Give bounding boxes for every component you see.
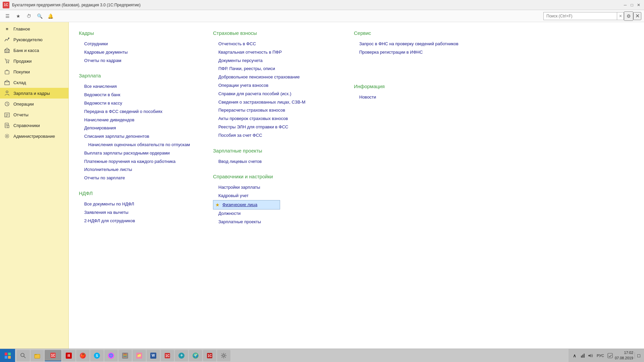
svg-rect-23 — [8, 353, 11, 355]
link-platezhnye-porucheniya[interactable]: Платежные поручения на каждого работника — [79, 158, 206, 166]
link-vyplata-zarplaty[interactable]: Выплата зарплаты расходными ордерами — [79, 149, 206, 158]
sidebar-item-sklad[interactable]: Склад — [0, 77, 68, 88]
taskbar-search[interactable] — [16, 350, 30, 361]
link-nachislenie-dividendov[interactable]: Начисление дивидендов — [79, 116, 206, 124]
sidebar-item-pokupki[interactable]: Покупки — [0, 66, 68, 77]
sidebar-item-otchety[interactable]: Отчеты — [0, 109, 68, 120]
link-otchetnost-fss[interactable]: Отчетность в ФСС — [213, 40, 347, 48]
tray-show-desktop-icon[interactable]: □ — [635, 352, 641, 359]
link-nachisleniya-otpuski[interactable]: Начисления оценочных обязательств по отп… — [79, 141, 206, 149]
link-novosti[interactable]: Новости — [354, 93, 627, 102]
close-search-button[interactable]: ✕ — [633, 12, 641, 20]
link-operacii-vznosov[interactable]: Операции учета взносов — [213, 81, 347, 90]
svg-rect-36 — [581, 356, 582, 358]
link-spravki-posobiy[interactable]: Справки для расчета пособий (исх.) — [213, 90, 347, 98]
settings-gear-button[interactable]: ⚙ — [624, 11, 633, 21]
section-header-zarplata: Зарплата — [79, 73, 206, 78]
link-deponirovaniia[interactable]: Депонирования — [79, 124, 206, 132]
section-kadry: Кадры Сотрудники Кадровые документы Отче… — [79, 30, 206, 65]
taskbar-files[interactable]: 📁 — [132, 350, 146, 361]
reports-icon — [4, 112, 10, 118]
search-toolbar-button[interactable]: 🔍 — [35, 11, 44, 21]
sidebar-item-administrirovanie[interactable]: Администрирование — [0, 131, 68, 141]
link-svedeniya-szvm[interactable]: Сведения о застрахованных лицах, СЗВ-М — [213, 98, 347, 107]
taskbar-yandex[interactable]: Я — [62, 350, 75, 361]
history-button[interactable]: ⏱ — [24, 11, 34, 21]
link-pfr-pachki[interactable]: ПФР. Пачки, реестры, описи — [213, 65, 347, 73]
close-button[interactable]: ✕ — [636, 2, 641, 8]
link-kvartalnaya-pfr[interactable]: Квартальная отчетность в ПФР — [213, 48, 347, 57]
link-nastrojki-zarplaty[interactable]: Настройки зарплаты — [213, 183, 347, 192]
link-zarplatye-proekty[interactable]: Зарплатные проекты — [213, 218, 347, 226]
svg-rect-24 — [5, 356, 7, 359]
link-posobiya-fss[interactable]: Пособия за счет ФСС — [213, 131, 347, 140]
favorites-button[interactable]: ★ — [13, 11, 23, 21]
tray-volume-icon[interactable] — [587, 352, 594, 359]
link-sotrudniki[interactable]: Сотрудники — [79, 40, 206, 48]
section-informaciya: Информация Новости — [354, 83, 627, 102]
taskbar-calculator[interactable]: 🧮 — [118, 350, 132, 361]
taskbar-browser-1[interactable]: 🌐 — [104, 350, 118, 361]
link-otchety-zarplata[interactable]: Отчеты по зарплате — [79, 174, 206, 182]
sidebar-item-zarplata[interactable]: Зарплата и кадры — [0, 88, 68, 99]
link-vse-dokumenty-ndfl[interactable]: Все документы по НДФЛ — [79, 200, 206, 208]
link-proverka-ifns[interactable]: Проверка регистрации в ИФНС — [354, 48, 627, 57]
search-clear-button[interactable]: ✕ — [617, 12, 624, 20]
link-dobrovolnoe-pensionnoe[interactable]: Добровольное пенсионное страхование — [213, 73, 347, 81]
link-spisaniya-zarplaty[interactable]: Списания зарплаты депонентов — [79, 132, 206, 141]
tray-notification-icon[interactable] — [607, 352, 613, 359]
link-dolzhnosti[interactable]: Должности — [213, 209, 347, 218]
tray-clock[interactable]: 17:02 07.08.2019 — [615, 350, 633, 361]
main-layout: ≡ Главное Руководителю Банк и касса Прод… — [0, 22, 644, 349]
link-vse-nachisleniya[interactable]: Все начисления — [79, 82, 206, 91]
fizicheskie-lica-label: Физические лица — [222, 201, 257, 208]
svg-rect-40 — [608, 353, 612, 358]
maximize-button[interactable]: □ — [629, 2, 635, 8]
taskbar-1c[interactable]: 1C — [45, 350, 61, 361]
link-peredacha-fss[interactable]: Передача в ФСС сведений о пособиях — [79, 108, 206, 116]
taskbar-skype[interactable]: S — [90, 350, 104, 361]
sidebar-item-prodazhi[interactable]: Продажи — [0, 56, 68, 66]
link-vedomosti-bank[interactable]: Ведомости в банк — [79, 91, 206, 99]
taskbar-browser-2[interactable]: 🌍 — [189, 350, 202, 361]
taskbar-1c-2[interactable]: 1C — [161, 350, 174, 361]
link-kadrovye-dokumenty[interactable]: Кадровые документы — [79, 48, 206, 57]
taskbar-file-explorer[interactable] — [31, 350, 44, 361]
sidebar-label-bank: Банк и касса — [13, 48, 39, 53]
svg-text:1C: 1C — [51, 354, 55, 357]
sidebar-item-glavnoe[interactable]: ≡ Главное — [0, 23, 68, 34]
menu-button[interactable]: ☰ — [3, 11, 12, 21]
link-dokumenty-persucheta[interactable]: Документы персучета — [213, 57, 347, 65]
sidebar-item-spravochniki[interactable]: Справочники — [0, 120, 68, 131]
link-kadrovy-uchet[interactable]: Кадровый учет — [213, 192, 347, 200]
link-zapros-fns[interactable]: Запрос в ФНС на проверку сведений работн… — [354, 40, 627, 48]
tray-lang-icon[interactable]: РУС — [595, 352, 605, 359]
search-input[interactable] — [543, 12, 617, 20]
link-zayavleniya-vychety[interactable]: Заявления на вычеты — [79, 208, 206, 217]
start-button[interactable] — [0, 349, 15, 362]
sidebar-item-operacii[interactable]: Операции — [0, 99, 68, 109]
link-vvod-licevyh[interactable]: Ввод лицевых счетов — [213, 158, 347, 166]
sidebar-item-bank[interactable]: Банк и касса — [0, 45, 68, 56]
link-fizicheskie-lica[interactable]: ★ Физические лица — [213, 200, 280, 209]
link-vedomosti-kassa[interactable]: Ведомости в кассу — [79, 99, 206, 108]
taskbar-1c-3[interactable]: 1C — [203, 350, 216, 361]
link-akty-proverok[interactable]: Акты проверок страховых взносов — [213, 115, 347, 123]
link-ispolnitelnye-listy[interactable]: Исполнительные листы — [79, 166, 206, 174]
minimize-button[interactable]: ─ — [623, 2, 628, 8]
link-2ndfl[interactable]: 2-НДФЛ для сотрудников — [79, 217, 206, 225]
taskbar-telegram[interactable]: ✈ — [175, 350, 188, 361]
link-pereraschet-vznosov[interactable]: Перерасчеты страховых взносов — [213, 106, 347, 115]
sidebar-item-rukovoditelyu[interactable]: Руководителю — [0, 34, 68, 45]
link-otchety-po-kadram[interactable]: Отчеты по кадрам — [79, 57, 206, 65]
tray-expand-icon[interactable]: ∧ — [571, 352, 578, 359]
taskbar-fruit[interactable]: 🍎 — [76, 350, 90, 361]
section-zarplat-proekty: Зарплатные проекты Ввод лицевых счетов — [213, 148, 347, 166]
taskbar-settings[interactable] — [217, 350, 230, 361]
reference-icon — [4, 122, 10, 128]
tray-network-icon[interactable] — [579, 352, 586, 359]
taskbar-word[interactable]: W — [147, 350, 160, 361]
notifications-button[interactable]: 🔔 — [46, 11, 55, 21]
chart-icon — [4, 37, 10, 43]
link-reestry-eln[interactable]: Реестры ЭЛН для отправки в ФСС — [213, 123, 347, 131]
